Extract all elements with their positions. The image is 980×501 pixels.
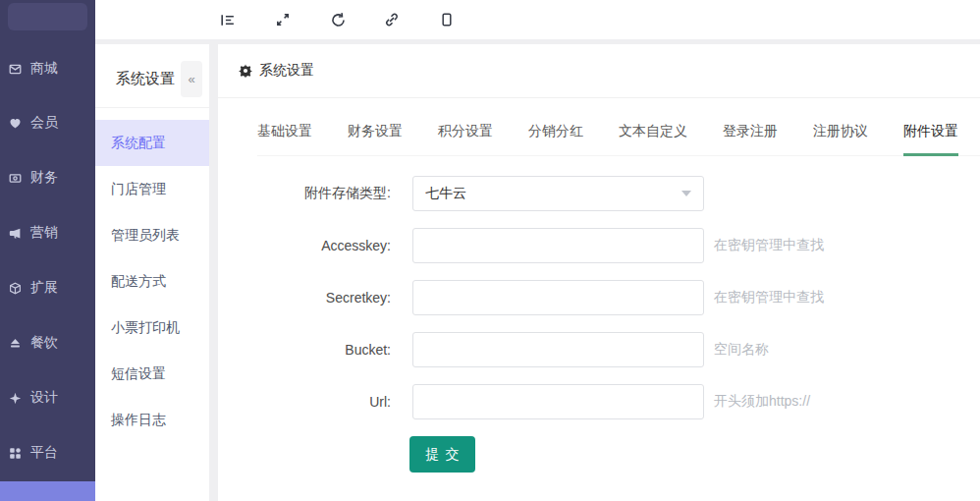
bucket-helper: 空间名称 [714,341,769,359]
sidebar-item-label: 会员 [30,114,58,132]
finance-icon [9,172,22,185]
accesskey-label: Accesskey: [218,238,391,253]
refresh-button[interactable] [324,6,352,33]
sidebar-item-extension[interactable]: 扩展 [0,275,95,301]
mobile-icon [439,12,455,28]
submenu-collapse-button[interactable]: « [181,61,202,97]
tab-register-agreement[interactable]: 注册协议 [813,123,868,156]
submenu-item-receipt-printer[interactable]: 小票打印机 [95,305,209,351]
page-header: 系统设置 [218,44,980,98]
sidebar-item-label: 财务 [30,169,58,187]
submenu-item-label: 短信设置 [111,365,166,383]
top-toolbar [95,0,980,39]
secretkey-input[interactable] [412,280,704,315]
form-row-secretkey: Secretkey: 在密钥管理中查找 [218,280,980,315]
mobile-preview-button[interactable] [433,6,461,33]
submenu-item-delivery-method[interactable]: 配送方式 [95,258,209,305]
bucket-label: Bucket: [218,342,391,358]
submenu-item-label: 小票打印机 [111,319,180,337]
form-row-bucket: Bucket: 空间名称 [218,332,980,367]
member-icon [9,117,22,130]
sidebar-item-marketing[interactable]: 营销 [0,220,95,246]
submenu-item-label: 门店管理 [111,181,166,198]
tab-distribution-dividend[interactable]: 分销分红 [528,123,583,156]
tab-finance-settings[interactable]: 财务设置 [348,123,403,156]
url-input[interactable] [412,384,704,419]
sidebar-item-label: 餐饮 [30,334,58,352]
sidebar-item-mall[interactable]: 商城 [0,56,95,82]
form-row-storage-type: 附件存储类型: 七牛云 [218,176,980,211]
submit-button[interactable]: 提交 [409,436,475,473]
tab-login-register[interactable]: 登录注册 [723,123,778,156]
sidebar-item-design[interactable]: 设计 [0,385,95,411]
sidebar-item-platform[interactable]: 平台 [0,440,95,466]
catering-icon [9,337,22,350]
storage-type-label: 附件存储类型: [218,185,391,202]
fullscreen-icon [275,12,291,28]
content-gutter [209,39,218,501]
collapse-menu-icon [219,12,236,28]
url-helper: 开头须加https:// [714,393,810,411]
logo-placeholder [8,3,87,30]
sidebar-item-label: 商城 [30,60,58,78]
sidebar-item-catering[interactable]: 餐饮 [0,330,95,356]
accesskey-input[interactable] [412,228,704,263]
submenu-item-label: 配送方式 [111,273,166,291]
submenu-item-label: 操作日志 [111,412,166,429]
submenu-item-admin-list[interactable]: 管理员列表 [95,212,209,258]
gear-icon [239,64,252,78]
extension-icon [9,282,22,295]
url-label: Url: [218,394,391,410]
horizontal-scrollbar-thumb[interactable] [0,481,95,501]
accesskey-helper: 在密钥管理中查找 [714,237,824,254]
collapse-menu-button[interactable] [213,6,241,33]
marketing-icon [9,227,22,240]
design-icon [9,392,22,405]
submenu-title: 系统设置 [116,70,175,88]
refresh-icon [330,12,347,28]
primary-sidebar: 商城 会员 财务 营销 扩展 餐饮 设计 平台 [0,0,95,501]
sidebar-item-label: 扩展 [30,279,58,297]
settings-tabs: 基础设置 财务设置 积分设置 分销分红 文本自定义 登录注册 注册协议 附件设置 [257,98,980,156]
submenu-item-system-config[interactable]: 系统配置 [95,120,209,166]
submenu-header: 系统设置 « [95,44,209,108]
submenu-item-label: 系统配置 [111,135,166,152]
secretkey-helper: 在密钥管理中查找 [714,289,824,306]
platform-icon [9,447,22,460]
submenu-item-sms-settings[interactable]: 短信设置 [95,351,209,397]
storage-type-select[interactable]: 七牛云 [412,176,704,211]
secondary-sidebar: 系统设置 « 系统配置 门店管理 管理员列表 配送方式 小票打印机 短信设置 操… [95,44,209,501]
fullscreen-button[interactable] [269,6,297,33]
submenu-item-operation-log[interactable]: 操作日志 [95,397,209,443]
mall-icon [9,63,22,76]
sidebar-item-member[interactable]: 会员 [0,110,95,136]
tab-basic-settings[interactable]: 基础设置 [257,123,312,156]
link-button[interactable] [378,6,406,33]
submenu-item-store-management[interactable]: 门店管理 [95,166,209,212]
sidebar-item-label: 营销 [30,224,58,242]
sidebar-item-label: 设计 [30,389,58,407]
page-title: 系统设置 [259,62,314,80]
tab-points-settings[interactable]: 积分设置 [438,123,493,156]
storage-type-value: 七牛云 [425,185,466,202]
form-row-accesskey: Accesskey: 在密钥管理中查找 [218,228,980,263]
main-panel: 系统设置 基础设置 财务设置 积分设置 分销分红 文本自定义 登录注册 注册协议… [218,44,980,501]
chevron-down-icon [681,191,691,196]
sidebar-item-finance[interactable]: 财务 [0,165,95,191]
tab-attachment-settings[interactable]: 附件设置 [903,123,958,156]
tab-text-customization[interactable]: 文本自定义 [619,123,687,156]
chevron-double-left-icon: « [188,72,194,86]
submenu-item-label: 管理员列表 [111,227,180,245]
form-row-url: Url: 开头须加https:// [218,384,980,419]
secretkey-label: Secretkey: [218,290,391,306]
sidebar-item-label: 平台 [30,444,58,462]
attachment-settings-form: 附件存储类型: 七牛云 Accesskey: 在密钥管理中查找 Secretke… [218,176,980,473]
bucket-input[interactable] [412,332,704,367]
link-icon [384,12,400,28]
